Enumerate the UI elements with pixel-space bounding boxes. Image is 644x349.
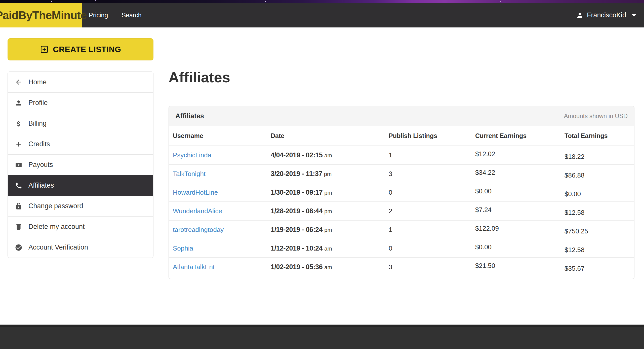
affiliate-username-link[interactable]: Sophia: [173, 245, 193, 252]
publish-listings-cell: 1: [385, 220, 471, 239]
page-body: CREATE LISTING HomeProfileBillingCredits…: [0, 27, 644, 279]
sidebar-item-change-password[interactable]: Change password: [8, 196, 153, 216]
date-cell: 1/02-2019 - 05:36am: [267, 258, 385, 276]
total-earnings-cell: $0.00: [560, 183, 634, 202]
sidebar-item-billing[interactable]: Billing: [8, 113, 153, 134]
current-earnings-cell: $7.24: [471, 202, 560, 220]
table-header-row: UsernameDatePublish ListingsCurrent Earn…: [169, 126, 634, 146]
plus-square-icon: [40, 45, 49, 54]
sidebar-item-profile[interactable]: Profile: [8, 92, 153, 113]
currency-note: Amounts shown in USD: [564, 113, 628, 120]
date-meridiem: am: [324, 152, 332, 159]
date-cell: 1/28-2019 - 08:44pm: [267, 202, 385, 220]
table-row: tarotreadingtoday1/19-2019 - 06:24pm1$12…: [169, 220, 634, 239]
total-earnings-value: $18.22: [565, 153, 585, 161]
current-earnings-cell: $21.50: [471, 258, 560, 276]
column-header-total-earnings: Total Earnings: [560, 126, 634, 146]
publish-listings-cell: 2: [385, 202, 471, 220]
person-icon: [15, 99, 22, 107]
date-meridiem: pm: [324, 190, 332, 196]
column-header-username: Username: [169, 126, 267, 146]
page-title: Affiliates: [169, 70, 634, 85]
sidebar-item-affiliates[interactable]: Affiliates: [8, 175, 153, 196]
date-meridiem: am: [324, 264, 332, 270]
table-row: Sophia1/12-2019 - 10:24am0$0.00$12.58: [169, 239, 634, 258]
current-earnings-value: $0.00: [475, 187, 492, 195]
current-earnings-cell: $0.00: [471, 239, 560, 258]
total-earnings-cell: $12.58: [560, 239, 634, 258]
sidebar-item-account-verification[interactable]: Account Verification: [8, 237, 153, 258]
date-value: 1/30-2019 - 09:17: [271, 189, 323, 196]
sidebar-item-credits[interactable]: Credits: [8, 134, 153, 154]
current-earnings-cell: $0.00: [471, 183, 560, 202]
date-cell: 4/04-2019 - 02:15am: [267, 146, 385, 164]
sidebar-item-delete-my-account[interactable]: Delete my account: [8, 216, 153, 237]
table-row: PsychicLinda4/04-2019 - 02:15am1$12.02$1…: [169, 146, 634, 164]
total-earnings-cell: $86.88: [560, 164, 634, 183]
username-cell: Sophia: [169, 239, 267, 258]
brand-logo[interactable]: PaidByTheMinute: [0, 3, 82, 27]
total-earnings-value: $0.00: [565, 190, 581, 198]
sidebar-item-label: Delete my account: [28, 223, 85, 231]
total-earnings-value: $86.88: [565, 171, 585, 179]
phone-icon: [15, 182, 22, 189]
date-cell: 3/20-2019 - 11:37pm: [267, 164, 385, 183]
sidebar-item-label: Account Verification: [28, 243, 88, 251]
username-cell: WunderlandAlice: [169, 202, 267, 220]
nav-link-search[interactable]: Search: [115, 3, 148, 27]
panel-title: Affiliates: [175, 112, 204, 120]
affiliate-username-link[interactable]: TalkTonight: [173, 170, 206, 178]
current-earnings-value: $7.24: [475, 206, 492, 214]
total-earnings-value: $12.58: [565, 246, 585, 254]
sidebar-item-home[interactable]: Home: [8, 72, 153, 92]
total-earnings-cell: $18.22: [560, 146, 634, 164]
username-cell: AtlantaTalkEnt: [169, 258, 267, 276]
column-header-publish-listings: Publish Listings: [385, 126, 471, 146]
lock-icon: [15, 202, 22, 210]
affiliates-table: UsernameDatePublish ListingsCurrent Earn…: [169, 126, 634, 276]
table-row: HowardHotLine1/30-2019 - 09:17pm0$0.00$0…: [169, 183, 634, 202]
current-earnings-value: $0.00: [475, 243, 492, 251]
sidebar-item-label: Home: [28, 78, 47, 86]
current-earnings-value: $122.09: [475, 225, 499, 232]
affiliate-username-link[interactable]: PsychicLinda: [173, 151, 211, 159]
affiliate-username-link[interactable]: WunderlandAlice: [173, 207, 222, 215]
total-earnings-cell: $35.67: [560, 258, 634, 276]
arrow-left-icon: [15, 78, 22, 86]
current-earnings-cell: $122.09: [471, 220, 560, 239]
sidebar-item-label: Affiliates: [28, 182, 54, 189]
affiliate-username-link[interactable]: HowardHotLine: [173, 189, 218, 196]
publish-listings-cell: 1: [385, 146, 471, 164]
date-meridiem: am: [324, 246, 332, 252]
current-earnings-value: $34.22: [475, 169, 495, 177]
affiliate-username-link[interactable]: tarotreadingtoday: [173, 226, 224, 233]
publish-listings-cell: 3: [385, 258, 471, 276]
table-row: TalkTonight3/20-2019 - 11:37pm3$34.22$86…: [169, 164, 634, 183]
current-earnings-cell: $12.02: [471, 146, 560, 164]
create-listing-button[interactable]: CREATE LISTING: [8, 38, 153, 60]
dollar-icon: [15, 120, 22, 127]
user-icon: [576, 12, 584, 19]
title-divider: [169, 97, 634, 97]
date-meridiem: pm: [324, 227, 332, 233]
user-menu[interactable]: FranciscoKid: [576, 3, 644, 27]
trash-icon: [15, 223, 22, 231]
page-footer: [0, 325, 644, 349]
username-cell: tarotreadingtoday: [169, 220, 267, 239]
create-listing-label: CREATE LISTING: [53, 45, 121, 54]
publish-listings-cell: 0: [385, 183, 471, 202]
publish-listings-cell: 3: [385, 164, 471, 183]
sidebar-item-payouts[interactable]: Payouts: [8, 154, 153, 175]
column-header-current-earnings: Current Earnings: [471, 126, 560, 146]
username-cell: PsychicLinda: [169, 146, 267, 164]
affiliate-username-link[interactable]: AtlantaTalkEnt: [173, 263, 215, 271]
date-value: 1/19-2019 - 06:24: [271, 226, 323, 233]
sidebar-item-label: Payouts: [28, 161, 53, 169]
check-circle-icon: [15, 244, 22, 251]
nav-link-pricing[interactable]: Pricing: [82, 3, 115, 27]
panel-header: Affiliates Amounts shown in USD: [169, 106, 634, 126]
date-value: 4/04-2019 - 02:15: [271, 151, 323, 159]
current-earnings-cell: $34.22: [471, 164, 560, 183]
affiliates-panel: Affiliates Amounts shown in USD Username…: [169, 106, 634, 279]
nav-links: PricingSearch: [82, 3, 148, 27]
